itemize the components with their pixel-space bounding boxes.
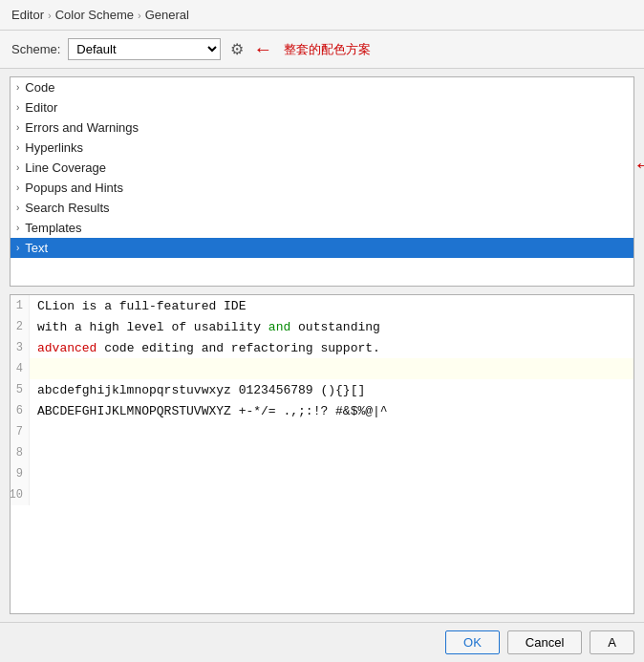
category-label: Editor (25, 100, 57, 115)
category-label: Templates (25, 221, 81, 235)
code-line: 5abcdefghijklmnopqrstuvwxyz 0123456789 (… (11, 379, 633, 400)
category-label: Search Results (25, 201, 109, 215)
chevron-icon: › (16, 82, 19, 93)
chevron-icon: › (16, 162, 19, 173)
main-content: ›Code›Editor›Errors and Warnings›Hyperli… (0, 69, 644, 622)
category-item-errors-warnings[interactable]: ›Errors and Warnings (11, 117, 633, 138)
chevron-icon: › (16, 223, 19, 233)
scheme-annotation: 整套的配色方案 (284, 41, 371, 58)
category-label: Hyperlinks (25, 140, 83, 155)
code-line: 8 (11, 442, 633, 463)
and-word: and (268, 320, 290, 334)
code-line: 1CLion is a full-featured IDE (11, 295, 633, 316)
chevron-icon: › (16, 243, 19, 253)
line-number: 9 (11, 463, 30, 484)
code-content: CLion is a full-featured IDE (30, 295, 633, 316)
line-number: 1 (11, 295, 30, 316)
line-number: 10 (11, 484, 30, 505)
category-label: Errors and Warnings (25, 120, 139, 135)
code-content: advanced code editing and refactoring su… (30, 337, 633, 358)
cancel-button[interactable]: Cancel (507, 630, 582, 654)
code-line: 10 (11, 484, 633, 505)
category-item-templates[interactable]: ›Templates (11, 218, 633, 238)
code-content: abcdefghijklmnopqrstuvwxyz 0123456789 ()… (30, 379, 633, 400)
line-number: 7 (11, 421, 30, 442)
code-content (30, 421, 633, 442)
category-item-search-results[interactable]: ›Search Results (11, 198, 633, 218)
scheme-gear-button[interactable]: ⚙ (228, 40, 246, 58)
line-number: 3 (11, 337, 30, 358)
category-label: Line Coverage (25, 160, 106, 175)
category-item-line-coverage[interactable]: ›Line Coverage (11, 158, 633, 178)
breadcrumb: Editor › Color Scheme › General (0, 0, 644, 31)
code-line: 3advanced code editing and refactoring s… (11, 337, 633, 358)
code-line: 4 (11, 358, 633, 379)
category-panel-wrapper: ›Code›Editor›Errors and Warnings›Hyperli… (10, 76, 634, 287)
category-item-code[interactable]: ›Code (11, 77, 633, 97)
code-content: ABCDEFGHIJKLMNOPQRSTUVWXYZ +-*/= .,;:!? … (30, 400, 633, 421)
code-content: with a high level of usability and outst… (30, 316, 633, 337)
preview-pane: 1CLion is a full-featured IDE2with a hig… (10, 294, 634, 614)
panel-side-annotation: ← 针对各个部分不同的配色 (633, 153, 644, 178)
line-number: 6 (11, 400, 30, 421)
category-label: Popups and Hints (25, 181, 123, 195)
category-label: Text (25, 241, 48, 255)
line-number: 8 (11, 442, 30, 463)
apply-button[interactable]: A (590, 630, 634, 654)
category-label: Code (25, 80, 54, 95)
chevron-icon: › (16, 102, 19, 113)
scheme-row: Scheme: Default ⚙ ← 整套的配色方案 (0, 31, 644, 69)
code-content (30, 358, 633, 379)
scheme-arrow-icon: ← (253, 38, 272, 60)
code-content (30, 484, 633, 505)
category-item-text[interactable]: ›Text (11, 238, 633, 258)
code-line: 9 (11, 463, 633, 484)
line-number: 2 (11, 316, 30, 337)
category-panel: ›Code›Editor›Errors and Warnings›Hyperli… (10, 76, 634, 287)
chevron-icon: › (16, 142, 19, 153)
code-line: 7 (11, 421, 633, 442)
bottom-bar: OK Cancel A (0, 622, 644, 662)
category-item-popups-hints[interactable]: ›Popups and Hints (11, 178, 633, 198)
ok-button[interactable]: OK (445, 630, 500, 654)
breadcrumb-sep2: › (138, 10, 141, 21)
code-line: 6ABCDEFGHIJKLMNOPQRSTUVWXYZ +-*/= .,;:!?… (11, 400, 633, 421)
chevron-icon: › (16, 182, 19, 193)
line-number: 5 (11, 379, 30, 400)
panel-arrow-icon: ← (633, 153, 644, 178)
line-number: 4 (11, 358, 30, 379)
category-item-editor[interactable]: ›Editor (11, 97, 633, 117)
chevron-icon: › (16, 122, 19, 133)
breadcrumb-general: General (145, 8, 189, 22)
chevron-icon: › (16, 203, 19, 213)
code-line: 2with a high level of usability and outs… (11, 316, 633, 337)
code-content (30, 442, 633, 463)
code-content (30, 463, 633, 484)
breadcrumb-colorscheme[interactable]: Color Scheme (55, 8, 134, 22)
advanced-word: advanced (37, 341, 97, 355)
breadcrumb-editor[interactable]: Editor (11, 8, 44, 22)
category-item-hyperlinks[interactable]: ›Hyperlinks (11, 138, 633, 158)
scheme-select[interactable]: Default (68, 38, 221, 60)
breadcrumb-sep1: › (48, 10, 52, 21)
scheme-label: Scheme: (11, 42, 60, 56)
